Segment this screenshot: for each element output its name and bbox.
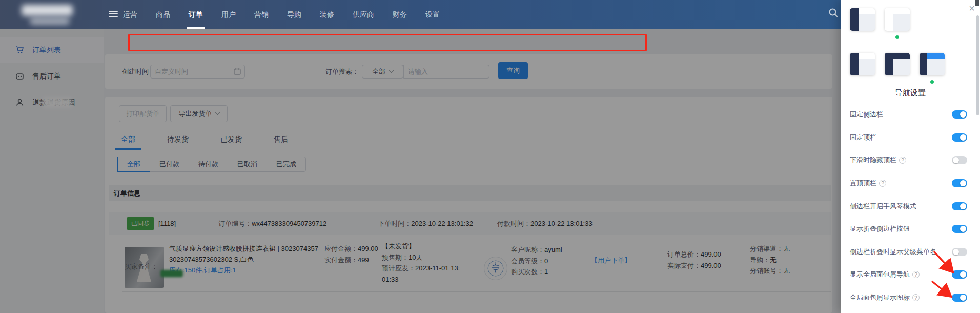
nav-menu-item[interactable]: 供应商	[353, 0, 374, 29]
layout-card-side-menu[interactable]	[850, 53, 875, 75]
help-icon[interactable]: ?	[899, 156, 906, 164]
setting-row: 显示折叠侧边栏按钮	[841, 218, 980, 241]
layout-card-top-menu[interactable]	[885, 53, 910, 75]
setting-label: 侧边栏折叠时显示父级菜单名	[850, 247, 936, 257]
nav-menu-item[interactable]: 导购	[287, 0, 301, 29]
selected-dot	[930, 80, 934, 84]
setting-label: 全局面包屑显示图标	[850, 293, 910, 302]
collapse-menu-icon[interactable]	[109, 11, 118, 18]
toggle-switch[interactable]	[952, 294, 967, 302]
nav-settings-title: 导航设置	[895, 88, 926, 98]
help-icon[interactable]: ?	[912, 294, 920, 301]
nav-menu-item[interactable]: 装修	[320, 0, 334, 29]
setting-row: 固定顶栏	[841, 126, 980, 149]
toggle-switch[interactable]	[952, 179, 967, 187]
setting-label: 侧边栏开启手风琴模式	[850, 202, 916, 211]
search-icon[interactable]	[828, 8, 841, 20]
scrollbar-corner	[975, 0, 979, 6]
drawer-scrollbar[interactable]	[976, 15, 979, 115]
annotation-rectangle	[128, 34, 647, 51]
setting-label: 固定侧边栏	[850, 110, 883, 119]
setting-row: 显示全局面包屑导航 ?	[841, 263, 980, 286]
setting-label: 置顶顶栏	[850, 179, 876, 188]
help-icon[interactable]: ?	[879, 180, 886, 187]
toggle-switch[interactable]	[952, 156, 967, 164]
setting-row: 置顶顶栏 ?	[841, 172, 980, 195]
theme-card-light[interactable]	[885, 8, 910, 31]
setting-label: 显示全局面包屑导航	[850, 270, 910, 279]
toggle-switch[interactable]	[952, 248, 967, 256]
top-nav: 运营 商品 订单 用户 营销 导购 装修 供应商 财务 设置	[0, 0, 980, 29]
nav-menu-item[interactable]: 订单	[189, 0, 203, 29]
toggle-switch[interactable]	[952, 202, 967, 210]
layout-card-mixed[interactable]	[920, 53, 945, 75]
drawer-backdrop[interactable]	[0, 29, 841, 313]
help-icon[interactable]: ?	[912, 271, 920, 278]
toggle-switch[interactable]	[952, 270, 967, 279]
toggle-switch[interactable]	[952, 110, 967, 119]
close-icon[interactable]: ×	[969, 3, 975, 13]
setting-row: 固定侧边栏	[841, 103, 980, 126]
logo-blurred-line2	[30, 18, 70, 25]
nav-menu-item[interactable]: 商品	[156, 0, 170, 29]
nav-menu: 运营 商品 订单 用户 营销 导购 装修 供应商 财务 设置	[123, 0, 440, 29]
setting-label: 下滑时隐藏顶栏	[850, 155, 896, 165]
nav-menu-item[interactable]: 财务	[393, 0, 407, 29]
setting-row: 全局面包屑显示图标 ?	[841, 286, 980, 309]
setting-row: 下滑时隐藏顶栏 ?	[841, 149, 980, 172]
nav-menu-item[interactable]: 用户	[221, 0, 236, 29]
theme-card-dark-sidebar[interactable]	[850, 8, 875, 31]
theme-settings-drawer: × 导航设置 固定侧边栏 固定顶栏	[841, 0, 980, 313]
nav-menu-item[interactable]: 设置	[425, 0, 440, 29]
nav-settings-header: 导航设置	[841, 88, 980, 98]
selected-dot	[895, 35, 899, 39]
nav-settings-list: 固定侧边栏 固定顶栏 下滑时隐藏顶栏 ?	[841, 103, 980, 309]
toggle-switch[interactable]	[952, 133, 967, 142]
nav-menu-item[interactable]: 营销	[254, 0, 269, 29]
toggle-switch[interactable]	[952, 225, 967, 233]
logo-blurred	[22, 5, 73, 16]
setting-label: 显示折叠侧边栏按钮	[850, 224, 910, 233]
nav-menu-item[interactable]: 运营	[123, 0, 137, 29]
setting-label: 固定顶栏	[850, 133, 876, 142]
setting-row: 侧边栏折叠时显示父级菜单名	[841, 241, 980, 264]
setting-row: 侧边栏开启手风琴模式	[841, 194, 980, 218]
